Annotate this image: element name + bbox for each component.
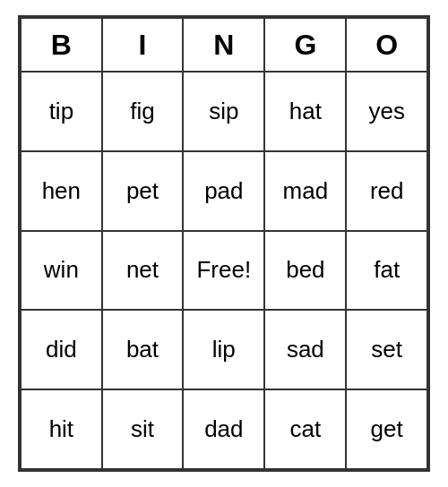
- bingo-table: BINGO tipfigsiphatyeshenpetpadmadredwinn…: [20, 17, 428, 470]
- cell-r1-c0: hen: [21, 151, 102, 231]
- cell-r2-c4: fat: [346, 231, 427, 311]
- cell-r4-c2: dad: [183, 389, 264, 469]
- table-row: winnetFree!bedfat: [21, 231, 427, 311]
- cell-r2-c0: win: [21, 231, 102, 311]
- cell-r0-c4: yes: [346, 72, 427, 151]
- header-cell-g: G: [264, 18, 346, 72]
- cell-r1-c2: pad: [183, 151, 264, 231]
- cell-r2-c3: bed: [264, 231, 346, 311]
- cell-r3-c1: bat: [102, 310, 184, 389]
- cell-r4-c4: get: [346, 389, 427, 469]
- cell-r0-c1: fig: [102, 72, 184, 151]
- cell-r4-c0: hit: [21, 389, 102, 469]
- cell-r3-c4: set: [346, 310, 427, 389]
- cell-r2-c1: net: [102, 231, 184, 311]
- cell-r1-c4: red: [346, 151, 427, 231]
- header-row: BINGO: [21, 18, 427, 72]
- header-cell-i: I: [102, 18, 184, 72]
- cell-r3-c0: did: [21, 310, 102, 389]
- cell-r3-c2: lip: [183, 310, 264, 389]
- cell-r3-c3: sad: [264, 310, 346, 389]
- cell-r2-c2: Free!: [183, 231, 264, 311]
- table-row: henpetpadmadred: [21, 151, 427, 231]
- cell-r0-c2: sip: [183, 72, 264, 151]
- table-row: hitsitdadcatget: [21, 389, 427, 469]
- header-cell-o: O: [346, 18, 427, 72]
- bingo-card: BINGO tipfigsiphatyeshenpetpadmadredwinn…: [18, 15, 430, 472]
- cell-r0-c3: hat: [264, 72, 346, 151]
- cell-r4-c1: sit: [102, 389, 184, 469]
- header-cell-b: B: [21, 18, 102, 72]
- table-row: tipfigsiphatyes: [21, 72, 427, 151]
- cell-r1-c3: mad: [264, 151, 346, 231]
- table-row: didbatlipsadset: [21, 310, 427, 389]
- cell-r0-c0: tip: [21, 72, 102, 151]
- cell-r1-c1: pet: [102, 151, 184, 231]
- cell-r4-c3: cat: [264, 389, 346, 469]
- header-cell-n: N: [183, 18, 264, 72]
